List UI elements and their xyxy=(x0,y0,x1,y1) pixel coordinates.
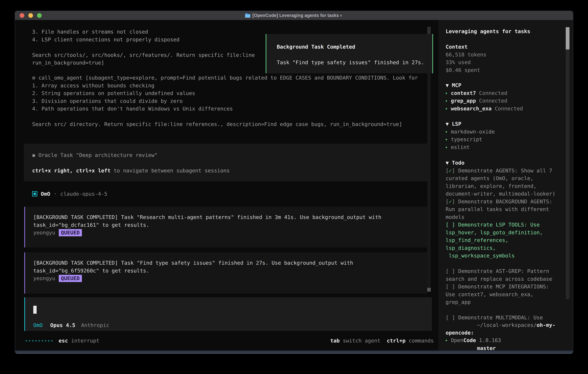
task-card-line: [BACKGROUND TASK COMPLETED] Task "Resear… xyxy=(33,213,428,221)
separator-dot: · xyxy=(54,191,57,197)
folder-icon xyxy=(245,13,250,18)
status-badge: QUEUED xyxy=(59,275,82,282)
task-card-line: task_id="bg_dcfac161" to get results. xyxy=(33,221,428,229)
todo-item: [ ] Demonstrate LSP TOOLS: Use lsp_hover… xyxy=(446,221,558,260)
task-card-line: task_id="bg_6f59260c" to get results. xyxy=(33,267,428,275)
tab-label: switch agent xyxy=(340,338,380,344)
background-task-card: [BACKGROUND TASK COMPLETED] Task "Find t… xyxy=(24,252,428,294)
main-scrollbar-end[interactable] xyxy=(427,288,431,291)
toast-body: Task "Find type safety issues" finished … xyxy=(277,59,432,66)
task-author: yeongyu xyxy=(33,274,55,282)
tool-call-line: 1. Array access without bounds checking xyxy=(32,82,418,90)
sidebar-scrollbar-thumb[interactable] xyxy=(566,27,569,50)
tool-call-block: ⚙ call_omo_agent [subagent_type=explore,… xyxy=(32,74,418,128)
task-card-line: [BACKGROUND TASK COMPLETED] Task "Find t… xyxy=(33,259,428,267)
status-badge: QUEUED xyxy=(59,229,82,236)
zoom-window-button[interactable] xyxy=(37,13,42,18)
lsp-item: eslint xyxy=(446,143,558,151)
chat-main-area: 3. File handles or streams not closed 4.… xyxy=(15,20,438,351)
collapse-triangle-icon: ▼ xyxy=(446,82,452,88)
statusbar-shortcuts: tab switch agent ctrl+p commands xyxy=(330,337,434,345)
mcp-heading[interactable]: ▼ MCP xyxy=(446,82,558,89)
oracle-task-hint-line: ctrl+x right, ctrl+x left to navigate be… xyxy=(32,167,428,175)
context-tokens: 66,518 tokens xyxy=(446,51,558,59)
interrupt-shortcut: esc interrupt xyxy=(59,337,99,345)
mcp-item: grep_app Connected xyxy=(446,97,558,105)
tool-call-line xyxy=(32,113,418,120)
lsp-heading[interactable]: ▼ LSP xyxy=(446,120,558,128)
tab-key: tab xyxy=(330,338,340,344)
lsp-item: typescript xyxy=(446,135,558,143)
session-sidebar: Leveraging agents for tasks Context 66,5… xyxy=(438,20,573,351)
window-title: [OpenCode] Leveraging agents for tasks ◐ xyxy=(252,13,343,18)
oracle-task-title: Oracle Task "Deep architecture review" xyxy=(38,152,158,158)
tool-call-line: 4. Path operations that don't handle Win… xyxy=(32,105,418,113)
transcript-line: 3. File handles or streams not closed xyxy=(32,28,255,36)
shortcut-keys: ctrl+x right, ctrl+x left xyxy=(32,168,111,174)
desktop: [OpenCode] Leveraging agents for tasks ◐… xyxy=(0,0,588,374)
record-icon: ◉ xyxy=(32,152,35,158)
transcript-line xyxy=(32,43,255,51)
context-heading: Context xyxy=(446,43,558,51)
agent-session-header: OmO · claude-opus-4-5 xyxy=(32,190,107,198)
git-branch: master xyxy=(477,345,496,351)
background-task-card: [BACKGROUND TASK COMPLETED] Task "Resear… xyxy=(24,207,428,248)
main-scrollbar-track[interactable] xyxy=(427,73,431,288)
status-dot-icon xyxy=(446,340,447,341)
minimize-window-button[interactable] xyxy=(28,13,33,18)
close-window-button[interactable] xyxy=(20,13,24,18)
workspace-dir: ~/local-workspaces/ xyxy=(477,322,537,328)
context-section: Context 66,518 tokens 33% used $0.46 spe… xyxy=(446,43,558,74)
tool-call-line: Search src/ directory. Return specific f… xyxy=(32,120,418,128)
todo-item: [ ] Demonstrate MCP INTEGRATIONS: Use co… xyxy=(446,283,558,306)
task-card-footer: yeongyu QUEUED xyxy=(33,274,428,282)
status-dot-icon xyxy=(446,131,447,133)
window-title-row: [OpenCode] Leveraging agents for tasks ◐ xyxy=(15,13,573,18)
gear-icon: ⚙ xyxy=(32,75,35,81)
tool-call-line: call_omo_agent [subagent_type=explore, p… xyxy=(38,75,418,81)
lsp-section: ▼ LSP markdown-oxide typescript eslint xyxy=(446,120,558,151)
todo-heading[interactable]: ▼ Todo xyxy=(446,159,558,167)
todo-item: [ ] Demonstrate AST-GREP: Pattern search… xyxy=(446,267,558,283)
status-bar: esc interrupt tab switch agent ctrl+p co… xyxy=(15,337,438,345)
collapse-triangle-icon: ▼ xyxy=(446,160,452,166)
app-version-row: OpenCode 1.0.163 xyxy=(446,336,558,344)
status-dot-icon xyxy=(446,108,447,109)
activity-dots-icon xyxy=(26,337,52,345)
tool-call-header: ⚙ call_omo_agent [subagent_type=explore,… xyxy=(32,74,418,82)
shortcut-hint: to navigate between subagent sessions xyxy=(111,168,230,174)
task-author: yeongyu xyxy=(33,229,55,237)
prompt-input[interactable]: OmO Opus 4.5 Anthropic xyxy=(24,297,432,331)
traffic-lights xyxy=(20,13,42,18)
agent-name: OmO xyxy=(41,191,50,197)
context-spent: $0.46 spent xyxy=(446,66,558,74)
esc-key: esc xyxy=(59,338,68,344)
app-version: 1.0.163 xyxy=(476,336,501,344)
input-agent-name: OmO xyxy=(33,321,43,329)
text-cursor xyxy=(33,306,37,314)
app-name-bold: Code xyxy=(463,336,476,344)
tool-call-line: 3. Division operations that could divide… xyxy=(32,97,418,105)
workspace-path: ~/local-workspaces/oh-my-opencode: maste… xyxy=(446,313,558,353)
ctrlp-label: commands xyxy=(406,338,434,344)
status-dot-icon xyxy=(446,93,447,94)
transcript-line: Search src/tools/, src/hooks/, src/featu… xyxy=(32,51,255,59)
sidebar-scrollbar-track[interactable] xyxy=(566,27,569,299)
agent-model: claude-opus-4-5 xyxy=(60,191,107,197)
checkbox-empty-icon xyxy=(449,222,452,228)
collapse-triangle-icon: ▼ xyxy=(446,121,452,127)
todo-section: ▼ Todo [✓] Demonstrate AGENTS: Show all … xyxy=(446,159,558,322)
tool-call-line: 2. String operations on potentially unde… xyxy=(32,89,418,97)
window-bottom-frame xyxy=(15,351,573,353)
status-dot-icon xyxy=(446,147,447,148)
todo-item: [✓] Demonstrate BACKGROUND AGENTS: Run p… xyxy=(446,198,558,221)
transcript-line: run_in_background=true] xyxy=(32,59,255,67)
toast-title: Background Task Completed xyxy=(277,43,432,51)
window-titlebar: [OpenCode] Leveraging agents for tasks ◐ xyxy=(15,11,573,20)
terminal-window: [OpenCode] Leveraging agents for tasks ◐… xyxy=(15,11,573,353)
checkmark-icon: ✓ xyxy=(449,198,452,205)
ctrlp-key: ctrl+p xyxy=(387,338,406,344)
checkmark-icon: ✓ xyxy=(449,168,452,174)
app-name-prefix: Open xyxy=(451,336,463,344)
oracle-task-card[interactable]: ◉ Oracle Task "Deep architecture review"… xyxy=(24,144,428,181)
